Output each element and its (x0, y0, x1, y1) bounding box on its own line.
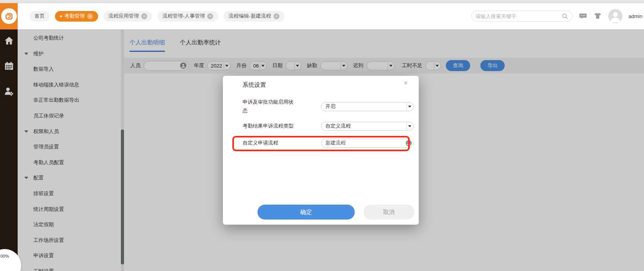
header-tab-process-edit[interactable]: 流程编辑-新建流程 × (223, 11, 284, 22)
appeal-status-select[interactable]: 开启 (321, 102, 414, 111)
username[interactable]: admin (629, 13, 642, 19)
modal-title: 系统设置 (243, 81, 266, 89)
header-tab-process-hr[interactable]: 流程管理-人事管理 × (157, 11, 218, 22)
tab-label: 首页 (35, 13, 45, 20)
confirm-button[interactable]: 确定 (257, 205, 355, 220)
person-icon (608, 9, 622, 23)
select-value: 开启 (325, 103, 407, 110)
field-label: 考勤结果申诉流程类型 (243, 122, 297, 130)
picker-value: 新建流程 (325, 139, 405, 146)
cancel-button[interactable]: 取消 (363, 205, 414, 220)
select-value: 自定义流程 (325, 123, 407, 130)
process-type-select[interactable]: 自定义流程 (321, 122, 414, 131)
tab-label: 流程编辑-新建流程 (228, 13, 271, 20)
zoom-level-text: 00% (0, 254, 9, 258)
close-icon[interactable]: × (141, 13, 147, 19)
header-tab-attendance[interactable]: 考勤管理 × (55, 11, 98, 22)
search-input[interactable] (476, 13, 562, 19)
field-appeal-approval-status: 申诉及审批功能启用状态 开启 (243, 95, 414, 118)
close-icon[interactable]: × (274, 13, 279, 19)
tab-label: 考勤管理 (64, 13, 85, 20)
custom-process-picker[interactable]: 新建流程 (321, 139, 414, 148)
header: 首页 考勤管理 × 流程应用管理 × 流程管理-人事管理 × 流程编辑-新建流程… (0, 3, 644, 29)
modal-close-icon[interactable]: × (403, 79, 408, 87)
person-picker-icon[interactable] (405, 140, 412, 146)
header-tab-process-app[interactable]: 流程应用管理 × (103, 11, 152, 22)
shirt-theme-icon[interactable] (593, 12, 602, 20)
search-icon[interactable] (562, 13, 568, 20)
active-dot-icon (60, 15, 62, 17)
search-box[interactable] (471, 11, 573, 22)
system-settings-modal: 系统设置 × 申诉及审批功能启用状态 开启 考勤结果申诉流程类型 自定义流程 自… (223, 76, 419, 225)
tab-label: 流程管理-人事管理 (162, 13, 205, 20)
window-top-strip (0, 0, 644, 3)
logo-circle (1, 8, 17, 24)
header-tab-home[interactable]: 首页 (29, 11, 50, 22)
chevron-down-icon[interactable] (407, 103, 412, 110)
app-logo[interactable] (0, 3, 18, 29)
field-label: 自定义申请流程 (243, 139, 297, 147)
field-label: 申诉及审批功能启用状态 (243, 98, 297, 115)
chevron-down-icon[interactable] (407, 123, 412, 130)
close-icon[interactable]: × (207, 13, 213, 19)
field-custom-apply-process: 自定义申请流程 新建流程 (243, 138, 414, 148)
field-appeal-process-type: 考勤结果申诉流程类型 自定义流程 (243, 121, 414, 131)
close-icon[interactable]: × (87, 13, 93, 19)
spiral-logo-icon (4, 11, 14, 21)
header-tab-bar: 首页 考勤管理 × 流程应用管理 × 流程管理-人事管理 × 流程编辑-新建流程… (29, 11, 285, 22)
avatar[interactable] (608, 9, 622, 23)
tab-label: 流程应用管理 (108, 13, 139, 20)
header-right: admin (471, 9, 644, 23)
message-icon[interactable] (579, 12, 587, 20)
